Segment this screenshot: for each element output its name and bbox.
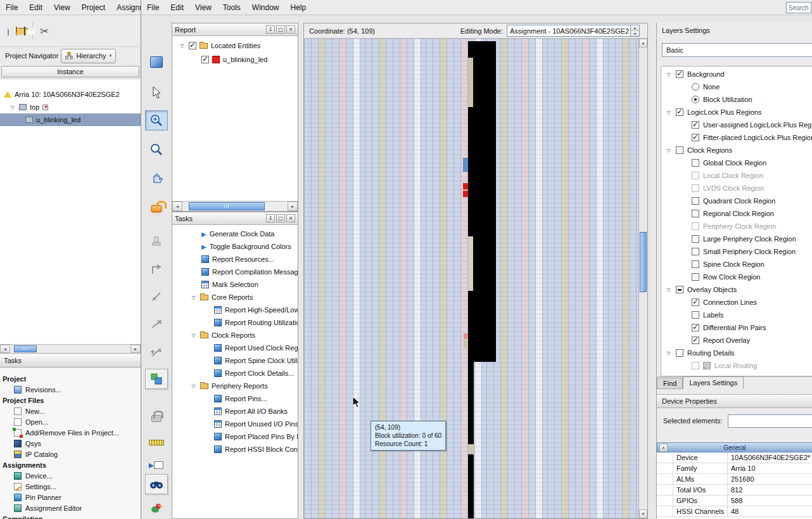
layer-radio[interactable] xyxy=(692,96,699,103)
placed-block-column-thin[interactable] xyxy=(468,362,474,518)
search-input[interactable] xyxy=(786,2,811,13)
task-item[interactable]: Report Pins... xyxy=(172,392,298,405)
scroll-right-arrow[interactable]: ▸ xyxy=(288,202,298,211)
tool-find[interactable] xyxy=(145,474,168,494)
close-panel-button[interactable]: × xyxy=(286,25,295,34)
scroll-left-arrow[interactable]: ◂ xyxy=(0,345,10,353)
scroll-thumb[interactable] xyxy=(640,232,647,292)
scroll-track[interactable] xyxy=(182,202,288,211)
layer-checkbox[interactable] xyxy=(692,324,699,331)
expander-icon[interactable]: ▽ xyxy=(179,43,186,49)
layer-radio[interactable] xyxy=(692,83,699,91)
scroll-up-arrow[interactable]: ▴ xyxy=(639,39,647,48)
scroll-thumb[interactable] xyxy=(14,345,37,352)
task-item[interactable]: Report Routing Utilization xyxy=(172,316,298,329)
layer-option[interactable]: Regional Clock Region xyxy=(664,207,812,220)
block-cell[interactable] xyxy=(468,444,474,454)
task-folder[interactable]: ▽Clock Reports xyxy=(172,329,298,342)
task-qsys[interactable]: Qsys xyxy=(0,438,141,449)
spin-down-icon[interactable]: ▾ xyxy=(631,30,639,36)
tool-zoom-selected[interactable] xyxy=(145,110,168,131)
task-folder[interactable]: ▽Periphery Reports xyxy=(172,380,298,392)
menu-assignments[interactable]: Assignments xyxy=(111,0,141,15)
tree-row-instance-selected[interactable]: u_blinking_led xyxy=(0,113,141,126)
tool-fit-selection[interactable] xyxy=(145,369,168,389)
tool-ruler[interactable] xyxy=(145,432,168,452)
task-item[interactable]: Report All I/O Banks xyxy=(172,405,298,418)
layer-option[interactable]: Row Clock Region xyxy=(664,271,812,283)
task-item[interactable]: Report Resources... xyxy=(172,253,298,266)
layer-option[interactable]: Global Clock Region xyxy=(664,157,812,169)
editing-mode-combo[interactable]: Assignment - 10AS066N3F40E2SGE2 ▴▾ xyxy=(507,25,640,37)
tool-editor[interactable] xyxy=(145,52,168,72)
layer-checkbox[interactable] xyxy=(692,336,699,344)
task-add-remove-files[interactable]: Add/Remove Files in Project... xyxy=(0,427,141,438)
tool-pan[interactable] xyxy=(145,167,168,188)
layer-checkbox[interactable] xyxy=(676,349,683,357)
report-row-located-entities[interactable]: ▽ Located Entities xyxy=(172,39,298,53)
layer-option[interactable]: Block Utilization xyxy=(664,93,812,106)
layer-option[interactable]: Fitter-placed LogicLock Plus Regions xyxy=(664,131,812,144)
task-settings[interactable]: Settings... xyxy=(0,481,141,492)
layer-checkbox[interactable] xyxy=(692,210,699,217)
task-item[interactable]: ▶Toggle Background Colors xyxy=(172,240,298,253)
layer-option[interactable]: Large Periphery Clock Region xyxy=(664,233,812,245)
task-open[interactable]: Open... xyxy=(0,416,141,427)
menu-view[interactable]: View xyxy=(48,0,76,15)
task-pin-planner[interactable]: Pin Planner xyxy=(0,492,141,503)
task-item[interactable]: Report HSSI Block Conne xyxy=(172,443,298,456)
task-revisions[interactable]: Revisions... xyxy=(0,384,141,395)
layer-checkbox[interactable] xyxy=(676,146,683,154)
tool-region-lock-disabled[interactable] xyxy=(145,406,168,426)
layer-checkbox[interactable] xyxy=(692,159,699,167)
task-item[interactable]: Report Unused I/O Pins xyxy=(172,418,298,430)
expander-icon[interactable]: ▽ xyxy=(665,350,672,356)
layer-checkbox[interactable] xyxy=(692,298,699,306)
menu-view[interactable]: View xyxy=(189,0,217,15)
expander-icon[interactable]: ▽ xyxy=(190,383,197,389)
pin-panel-button[interactable]: ↧ xyxy=(266,25,275,34)
pin-panel-button[interactable]: ↧ xyxy=(266,214,275,222)
report-horizontal-scrollbar[interactable]: ◂ ▸ xyxy=(172,201,298,211)
layer-option[interactable]: Report Overlay xyxy=(664,334,812,347)
entity-color-swatch[interactable] xyxy=(212,56,220,63)
menu-file[interactable]: File xyxy=(0,0,23,15)
task-device[interactable]: Device... xyxy=(0,470,141,481)
tool-bird[interactable] xyxy=(145,498,168,518)
block-cell-pink[interactable] xyxy=(464,333,468,339)
task-item[interactable]: Report Compilation Messages xyxy=(172,266,298,278)
layer-checkbox[interactable] xyxy=(692,260,699,268)
layer-checkbox[interactable] xyxy=(676,108,683,116)
hierarchy-selector[interactable]: Hierarchy ▾ xyxy=(61,49,116,63)
task-item[interactable]: Mark Selection xyxy=(172,278,298,291)
block-cell[interactable] xyxy=(468,236,473,291)
layer-checkbox[interactable] xyxy=(692,134,699,141)
open-file-button[interactable] xyxy=(16,27,17,35)
layer-group[interactable]: ▽LogicLock Plus Regions xyxy=(664,106,812,119)
entity-checkbox[interactable] xyxy=(201,56,209,63)
expander-icon[interactable]: ▽ xyxy=(665,148,672,153)
layer-option[interactable]: User-assigned LogicLock Plus Regions xyxy=(664,119,812,131)
layer-checkbox[interactable] xyxy=(692,311,699,319)
task-item[interactable]: ▶Generate Clock Data xyxy=(172,227,298,240)
layer-checkbox-partial[interactable] xyxy=(676,286,683,293)
layers-preset-combo[interactable]: Basic xyxy=(662,43,812,57)
layer-option[interactable]: Quadrant Clock Region xyxy=(664,195,812,207)
layer-option[interactable]: Labels xyxy=(664,309,812,321)
tab-find[interactable]: Find xyxy=(657,378,683,389)
layer-option[interactable]: Connection Lines xyxy=(664,296,812,309)
navigator-horizontal-scrollbar[interactable]: ◂ ▸ xyxy=(0,344,141,354)
expander-icon[interactable]: ▽ xyxy=(9,105,16,110)
expander-icon[interactable]: ▽ xyxy=(190,295,197,300)
layer-option[interactable]: None xyxy=(664,80,812,93)
layer-checkbox[interactable] xyxy=(692,273,699,281)
block-cell[interactable] xyxy=(468,58,473,107)
tool-select[interactable] xyxy=(145,82,168,103)
task-item[interactable]: Report Placed Pins By I/O xyxy=(172,430,298,443)
block-cell[interactable] xyxy=(464,340,468,348)
collapse-chevron-icon[interactable]: ∧ xyxy=(659,444,668,452)
float-panel-button[interactable]: □ xyxy=(276,214,285,222)
close-panel-button[interactable]: × xyxy=(286,214,295,222)
layer-option[interactable]: Small Periphery Clock Region xyxy=(664,245,812,258)
layer-option[interactable]: Differential Pin Pairs xyxy=(664,321,812,334)
